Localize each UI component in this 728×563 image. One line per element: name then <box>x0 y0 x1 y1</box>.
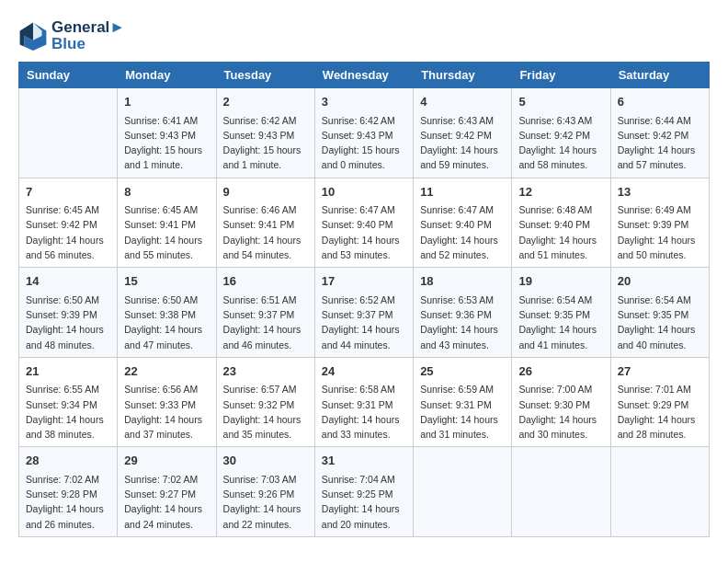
day-info: Sunrise: 6:56 AMSunset: 9:33 PMDaylight:… <box>124 382 209 442</box>
calendar-cell: 14Sunrise: 6:50 AMSunset: 9:39 PMDayligh… <box>19 268 118 358</box>
day-number: 27 <box>618 362 702 381</box>
calendar-cell: 9Sunrise: 6:46 AMSunset: 9:41 PMDaylight… <box>216 178 314 268</box>
weekday-header-wednesday: Wednesday <box>314 63 413 88</box>
weekday-header-tuesday: Tuesday <box>216 63 314 88</box>
day-info: Sunrise: 7:02 AMSunset: 9:28 PMDaylight:… <box>26 472 110 532</box>
day-info: Sunrise: 6:43 AMSunset: 9:42 PMDaylight:… <box>518 113 603 173</box>
calendar-week-row: 21Sunrise: 6:55 AMSunset: 9:34 PMDayligh… <box>19 357 710 447</box>
calendar-cell <box>414 447 512 537</box>
day-info: Sunrise: 6:44 AMSunset: 9:42 PMDaylight:… <box>618 113 702 173</box>
day-number: 21 <box>26 362 110 381</box>
day-number: 3 <box>322 93 406 111</box>
day-info: Sunrise: 6:45 AMSunset: 9:41 PMDaylight:… <box>124 202 209 262</box>
calendar-cell: 22Sunrise: 6:56 AMSunset: 9:33 PMDayligh… <box>118 357 216 447</box>
day-number: 18 <box>420 272 505 291</box>
day-number: 11 <box>420 183 505 201</box>
day-number: 5 <box>518 93 603 111</box>
calendar-cell: 31Sunrise: 7:04 AMSunset: 9:25 PMDayligh… <box>314 447 413 537</box>
calendar-body: 1Sunrise: 6:41 AMSunset: 9:43 PMDaylight… <box>19 88 710 537</box>
calendar-cell: 19Sunrise: 6:54 AMSunset: 9:35 PMDayligh… <box>512 268 610 358</box>
day-number: 26 <box>518 362 603 381</box>
day-number: 30 <box>223 452 308 470</box>
day-info: Sunrise: 6:54 AMSunset: 9:35 PMDaylight:… <box>618 293 702 352</box>
day-number: 22 <box>124 362 209 381</box>
calendar-cell: 10Sunrise: 6:47 AMSunset: 9:40 PMDayligh… <box>314 178 413 268</box>
calendar-cell: 3Sunrise: 6:42 AMSunset: 9:43 PMDaylight… <box>314 88 413 178</box>
calendar-cell: 4Sunrise: 6:43 AMSunset: 9:42 PMDaylight… <box>414 88 512 178</box>
day-number: 19 <box>518 272 603 291</box>
calendar-cell: 6Sunrise: 6:44 AMSunset: 9:42 PMDaylight… <box>610 88 709 178</box>
day-info: Sunrise: 6:51 AMSunset: 9:37 PMDaylight:… <box>223 293 308 352</box>
day-number: 4 <box>420 93 505 111</box>
calendar-cell: 23Sunrise: 6:57 AMSunset: 9:32 PMDayligh… <box>216 357 314 447</box>
day-number: 10 <box>322 183 406 201</box>
day-number: 25 <box>420 362 505 381</box>
day-number: 29 <box>124 452 209 470</box>
weekday-header-monday: Monday <box>118 63 216 88</box>
day-info: Sunrise: 6:52 AMSunset: 9:37 PMDaylight:… <box>322 293 406 352</box>
day-number: 17 <box>322 272 406 291</box>
logo-icon <box>18 21 48 51</box>
day-info: Sunrise: 6:48 AMSunset: 9:40 PMDaylight:… <box>518 202 603 262</box>
calendar-cell: 7Sunrise: 6:45 AMSunset: 9:42 PMDaylight… <box>19 178 118 268</box>
day-number: 16 <box>223 272 308 291</box>
day-info: Sunrise: 6:47 AMSunset: 9:40 PMDaylight:… <box>420 202 505 262</box>
weekday-header-row: SundayMondayTuesdayWednesdayThursdayFrid… <box>19 63 710 88</box>
day-number: 15 <box>124 272 209 291</box>
day-info: Sunrise: 7:03 AMSunset: 9:26 PMDaylight:… <box>223 472 308 532</box>
day-number: 8 <box>124 183 209 201</box>
calendar-week-row: 7Sunrise: 6:45 AMSunset: 9:42 PMDaylight… <box>19 178 710 268</box>
day-number: 23 <box>223 362 308 381</box>
calendar-cell: 27Sunrise: 7:01 AMSunset: 9:29 PMDayligh… <box>610 357 709 447</box>
logo-blue-text: Blue <box>51 35 125 53</box>
weekday-header-friday: Friday <box>512 63 610 88</box>
day-number: 1 <box>124 93 209 111</box>
calendar-cell: 24Sunrise: 6:58 AMSunset: 9:31 PMDayligh… <box>314 357 413 447</box>
calendar-cell: 12Sunrise: 6:48 AMSunset: 9:40 PMDayligh… <box>512 178 610 268</box>
day-info: Sunrise: 6:46 AMSunset: 9:41 PMDaylight:… <box>223 202 308 262</box>
calendar-table: SundayMondayTuesdayWednesdayThursdayFrid… <box>18 62 710 537</box>
calendar-cell: 16Sunrise: 6:51 AMSunset: 9:37 PMDayligh… <box>216 268 314 358</box>
day-info: Sunrise: 7:02 AMSunset: 9:27 PMDaylight:… <box>124 472 209 532</box>
day-number: 28 <box>26 452 110 470</box>
weekday-header-thursday: Thursday <box>414 63 512 88</box>
calendar-cell: 26Sunrise: 7:00 AMSunset: 9:30 PMDayligh… <box>512 357 610 447</box>
day-number: 6 <box>618 93 702 111</box>
calendar-cell: 8Sunrise: 6:45 AMSunset: 9:41 PMDaylight… <box>118 178 216 268</box>
page-header: General► Blue <box>18 18 710 52</box>
calendar-cell: 13Sunrise: 6:49 AMSunset: 9:39 PMDayligh… <box>610 178 709 268</box>
day-number: 2 <box>223 93 308 111</box>
day-info: Sunrise: 6:41 AMSunset: 9:43 PMDaylight:… <box>124 113 209 173</box>
day-info: Sunrise: 6:50 AMSunset: 9:38 PMDaylight:… <box>124 293 209 352</box>
day-info: Sunrise: 6:55 AMSunset: 9:34 PMDaylight:… <box>26 382 110 442</box>
calendar-cell: 2Sunrise: 6:42 AMSunset: 9:43 PMDaylight… <box>216 88 314 178</box>
day-info: Sunrise: 6:45 AMSunset: 9:42 PMDaylight:… <box>26 202 110 262</box>
logo: General► Blue <box>18 18 125 52</box>
calendar-cell: 11Sunrise: 6:47 AMSunset: 9:40 PMDayligh… <box>414 178 512 268</box>
day-info: Sunrise: 6:53 AMSunset: 9:36 PMDaylight:… <box>420 293 505 352</box>
day-number: 12 <box>518 183 603 201</box>
day-number: 7 <box>26 183 110 201</box>
day-number: 13 <box>618 183 702 201</box>
calendar-header: SundayMondayTuesdayWednesdayThursdayFrid… <box>19 63 710 88</box>
calendar-cell: 29Sunrise: 7:02 AMSunset: 9:27 PMDayligh… <box>118 447 216 537</box>
day-info: Sunrise: 6:42 AMSunset: 9:43 PMDaylight:… <box>322 113 406 173</box>
day-info: Sunrise: 6:57 AMSunset: 9:32 PMDaylight:… <box>223 382 308 442</box>
day-info: Sunrise: 6:54 AMSunset: 9:35 PMDaylight:… <box>518 293 603 352</box>
calendar-week-row: 14Sunrise: 6:50 AMSunset: 9:39 PMDayligh… <box>19 268 710 358</box>
calendar-cell <box>610 447 709 537</box>
calendar-cell: 21Sunrise: 6:55 AMSunset: 9:34 PMDayligh… <box>19 357 118 447</box>
day-number: 9 <box>223 183 308 201</box>
day-info: Sunrise: 6:49 AMSunset: 9:39 PMDaylight:… <box>618 202 702 262</box>
weekday-header-sunday: Sunday <box>19 63 118 88</box>
calendar-cell: 1Sunrise: 6:41 AMSunset: 9:43 PMDaylight… <box>118 88 216 178</box>
calendar-cell: 18Sunrise: 6:53 AMSunset: 9:36 PMDayligh… <box>414 268 512 358</box>
day-info: Sunrise: 7:00 AMSunset: 9:30 PMDaylight:… <box>518 382 603 442</box>
calendar-cell: 30Sunrise: 7:03 AMSunset: 9:26 PMDayligh… <box>216 447 314 537</box>
day-info: Sunrise: 6:43 AMSunset: 9:42 PMDaylight:… <box>420 113 505 173</box>
calendar-cell <box>19 88 118 178</box>
day-info: Sunrise: 7:01 AMSunset: 9:29 PMDaylight:… <box>618 382 702 442</box>
calendar-cell: 20Sunrise: 6:54 AMSunset: 9:35 PMDayligh… <box>610 268 709 358</box>
calendar-week-row: 1Sunrise: 6:41 AMSunset: 9:43 PMDaylight… <box>19 88 710 178</box>
calendar-week-row: 28Sunrise: 7:02 AMSunset: 9:28 PMDayligh… <box>19 447 710 537</box>
